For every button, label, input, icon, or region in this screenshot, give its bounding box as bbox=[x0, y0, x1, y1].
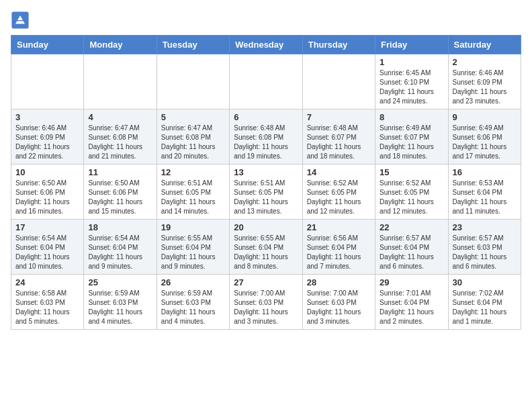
calendar-cell: 13Sunrise: 6:51 AMSunset: 6:05 PMDayligh… bbox=[230, 165, 302, 220]
day-number: 21 bbox=[307, 222, 371, 232]
day-number: 22 bbox=[380, 222, 443, 232]
calendar-cell: 19Sunrise: 6:55 AMSunset: 6:04 PMDayligh… bbox=[157, 220, 229, 275]
day-info: Sunrise: 6:53 AMSunset: 6:04 PMDaylight:… bbox=[453, 179, 517, 216]
day-info: Sunrise: 6:50 AMSunset: 6:06 PMDaylight:… bbox=[15, 179, 79, 216]
day-info: Sunrise: 6:55 AMSunset: 6:04 PMDaylight:… bbox=[161, 234, 225, 271]
day-info: Sunrise: 6:46 AMSunset: 6:09 PMDaylight:… bbox=[453, 68, 517, 106]
calendar-table: SundayMondayTuesdayWednesdayThursdayFrid… bbox=[11, 35, 521, 330]
svg-rect-2 bbox=[16, 20, 24, 21]
day-info: Sunrise: 6:46 AMSunset: 6:09 PMDaylight:… bbox=[15, 124, 79, 161]
calendar-week-3: 10Sunrise: 6:50 AMSunset: 6:06 PMDayligh… bbox=[11, 165, 521, 220]
day-number: 18 bbox=[88, 222, 152, 232]
calendar-cell: 29Sunrise: 7:01 AMSunset: 6:04 PMDayligh… bbox=[375, 275, 448, 330]
day-number: 9 bbox=[453, 112, 517, 122]
calendar-cell: 11Sunrise: 6:50 AMSunset: 6:06 PMDayligh… bbox=[84, 165, 157, 220]
calendar-cell: 1Sunrise: 6:45 AMSunset: 6:10 PMDaylight… bbox=[375, 54, 448, 109]
calendar-cell: 30Sunrise: 7:02 AMSunset: 6:04 PMDayligh… bbox=[448, 275, 521, 330]
day-info: Sunrise: 6:49 AMSunset: 6:06 PMDaylight:… bbox=[453, 124, 517, 161]
day-info: Sunrise: 6:51 AMSunset: 6:05 PMDaylight:… bbox=[234, 179, 298, 216]
calendar-cell bbox=[230, 54, 302, 109]
day-info: Sunrise: 6:54 AMSunset: 6:04 PMDaylight:… bbox=[15, 234, 79, 271]
calendar-cell: 4Sunrise: 6:47 AMSunset: 6:08 PMDaylight… bbox=[84, 109, 157, 165]
weekday-header-sunday: Sunday bbox=[11, 36, 84, 54]
calendar-cell: 6Sunrise: 6:48 AMSunset: 6:08 PMDaylight… bbox=[230, 109, 302, 165]
calendar-week-4: 17Sunrise: 6:54 AMSunset: 6:04 PMDayligh… bbox=[11, 220, 521, 275]
day-number: 15 bbox=[380, 167, 443, 177]
day-info: Sunrise: 6:51 AMSunset: 6:05 PMDaylight:… bbox=[161, 179, 225, 216]
weekday-header-wednesday: Wednesday bbox=[230, 36, 302, 54]
weekday-header-thursday: Thursday bbox=[302, 36, 375, 54]
day-info: Sunrise: 6:48 AMSunset: 6:07 PMDaylight:… bbox=[307, 124, 371, 161]
page-header bbox=[11, 11, 521, 30]
day-info: Sunrise: 6:59 AMSunset: 6:03 PMDaylight:… bbox=[88, 289, 152, 326]
day-number: 14 bbox=[307, 167, 371, 177]
day-number: 5 bbox=[161, 112, 225, 122]
calendar-cell: 9Sunrise: 6:49 AMSunset: 6:06 PMDaylight… bbox=[448, 109, 521, 165]
day-number: 2 bbox=[453, 57, 517, 67]
day-number: 17 bbox=[15, 222, 79, 232]
calendar-cell: 12Sunrise: 6:51 AMSunset: 6:05 PMDayligh… bbox=[157, 165, 229, 220]
calendar-week-1: 1Sunrise: 6:45 AMSunset: 6:10 PMDaylight… bbox=[11, 54, 521, 109]
day-info: Sunrise: 6:49 AMSunset: 6:07 PMDaylight:… bbox=[380, 124, 443, 161]
day-info: Sunrise: 6:48 AMSunset: 6:08 PMDaylight:… bbox=[234, 124, 298, 161]
weekday-header-friday: Friday bbox=[375, 36, 448, 54]
day-number: 28 bbox=[307, 277, 371, 287]
calendar-cell: 15Sunrise: 6:52 AMSunset: 6:05 PMDayligh… bbox=[375, 165, 448, 220]
calendar-cell: 10Sunrise: 6:50 AMSunset: 6:06 PMDayligh… bbox=[11, 165, 84, 220]
calendar-cell: 16Sunrise: 6:53 AMSunset: 6:04 PMDayligh… bbox=[448, 165, 521, 220]
day-number: 7 bbox=[307, 112, 371, 122]
day-info: Sunrise: 6:57 AMSunset: 6:03 PMDaylight:… bbox=[453, 234, 517, 271]
calendar-cell: 27Sunrise: 7:00 AMSunset: 6:03 PMDayligh… bbox=[230, 275, 302, 330]
day-info: Sunrise: 6:54 AMSunset: 6:04 PMDaylight:… bbox=[88, 234, 152, 271]
day-number: 30 bbox=[453, 277, 517, 287]
day-number: 20 bbox=[234, 222, 298, 232]
day-number: 10 bbox=[15, 167, 79, 177]
day-info: Sunrise: 6:56 AMSunset: 6:04 PMDaylight:… bbox=[307, 234, 371, 271]
logo-icon bbox=[11, 11, 30, 30]
day-number: 1 bbox=[380, 57, 443, 67]
day-number: 4 bbox=[88, 112, 152, 122]
day-info: Sunrise: 7:00 AMSunset: 6:03 PMDaylight:… bbox=[234, 289, 298, 326]
day-info: Sunrise: 6:55 AMSunset: 6:04 PMDaylight:… bbox=[234, 234, 298, 271]
calendar-cell: 14Sunrise: 6:52 AMSunset: 6:05 PMDayligh… bbox=[302, 165, 375, 220]
weekday-header-tuesday: Tuesday bbox=[157, 36, 229, 54]
calendar-cell: 26Sunrise: 6:59 AMSunset: 6:03 PMDayligh… bbox=[157, 275, 229, 330]
calendar-cell: 28Sunrise: 7:00 AMSunset: 6:03 PMDayligh… bbox=[302, 275, 375, 330]
day-info: Sunrise: 7:00 AMSunset: 6:03 PMDaylight:… bbox=[307, 289, 371, 326]
calendar-cell: 22Sunrise: 6:57 AMSunset: 6:04 PMDayligh… bbox=[375, 220, 448, 275]
calendar-cell: 2Sunrise: 6:46 AMSunset: 6:09 PMDaylight… bbox=[448, 54, 521, 109]
calendar-week-5: 24Sunrise: 6:58 AMSunset: 6:03 PMDayligh… bbox=[11, 275, 521, 330]
day-info: Sunrise: 6:50 AMSunset: 6:06 PMDaylight:… bbox=[88, 179, 152, 216]
calendar-cell: 3Sunrise: 6:46 AMSunset: 6:09 PMDaylight… bbox=[11, 109, 84, 165]
day-number: 13 bbox=[234, 167, 298, 177]
day-info: Sunrise: 6:47 AMSunset: 6:08 PMDaylight:… bbox=[161, 124, 225, 161]
calendar-cell: 8Sunrise: 6:49 AMSunset: 6:07 PMDaylight… bbox=[375, 109, 448, 165]
day-info: Sunrise: 6:59 AMSunset: 6:03 PMDaylight:… bbox=[161, 289, 225, 326]
calendar-cell: 17Sunrise: 6:54 AMSunset: 6:04 PMDayligh… bbox=[11, 220, 84, 275]
day-number: 24 bbox=[15, 277, 79, 287]
day-number: 8 bbox=[380, 112, 443, 122]
day-number: 25 bbox=[88, 277, 152, 287]
calendar-cell: 21Sunrise: 6:56 AMSunset: 6:04 PMDayligh… bbox=[302, 220, 375, 275]
day-number: 27 bbox=[234, 277, 298, 287]
day-number: 26 bbox=[161, 277, 225, 287]
calendar-week-2: 3Sunrise: 6:46 AMSunset: 6:09 PMDaylight… bbox=[11, 109, 521, 165]
day-info: Sunrise: 6:45 AMSunset: 6:10 PMDaylight:… bbox=[380, 68, 443, 106]
calendar-cell: 25Sunrise: 6:59 AMSunset: 6:03 PMDayligh… bbox=[84, 275, 157, 330]
day-info: Sunrise: 7:02 AMSunset: 6:04 PMDaylight:… bbox=[453, 289, 517, 326]
calendar-cell bbox=[11, 54, 84, 109]
day-info: Sunrise: 6:57 AMSunset: 6:04 PMDaylight:… bbox=[380, 234, 443, 271]
calendar-cell: 18Sunrise: 6:54 AMSunset: 6:04 PMDayligh… bbox=[84, 220, 157, 275]
day-info: Sunrise: 6:58 AMSunset: 6:03 PMDaylight:… bbox=[15, 289, 79, 326]
day-number: 6 bbox=[234, 112, 298, 122]
day-info: Sunrise: 6:47 AMSunset: 6:08 PMDaylight:… bbox=[88, 124, 152, 161]
logo bbox=[11, 11, 32, 30]
weekday-header-row: SundayMondayTuesdayWednesdayThursdayFrid… bbox=[11, 36, 521, 54]
weekday-header-saturday: Saturday bbox=[448, 36, 521, 54]
day-number: 16 bbox=[453, 167, 517, 177]
day-number: 3 bbox=[15, 112, 79, 122]
day-info: Sunrise: 7:01 AMSunset: 6:04 PMDaylight:… bbox=[380, 289, 443, 326]
day-number: 12 bbox=[161, 167, 225, 177]
calendar-cell bbox=[302, 54, 375, 109]
day-info: Sunrise: 6:52 AMSunset: 6:05 PMDaylight:… bbox=[380, 179, 443, 216]
